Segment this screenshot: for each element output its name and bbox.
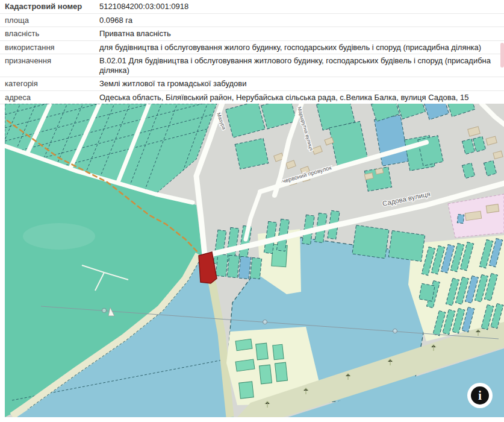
row-value: Приватна власність bbox=[99, 29, 504, 39]
info-icon: i bbox=[478, 389, 482, 402]
scrollbar-thumb[interactable] bbox=[500, 43, 504, 68]
map-canvas[interactable]: Мазура Маршрутна вулиця червоний провуло… bbox=[5, 104, 504, 417]
table-row: категорія Землі житлової та громадської … bbox=[0, 77, 504, 91]
row-label: використання bbox=[0, 43, 99, 52]
row-label: площа bbox=[0, 16, 99, 25]
table-row: адреса Одеська область, Біляївський райо… bbox=[0, 91, 504, 105]
row-label: Кадастровий номер bbox=[0, 2, 99, 11]
info-button[interactable]: i bbox=[467, 383, 493, 408]
table-row: призначення В.02.01 Для будівництва і об… bbox=[0, 54, 504, 77]
row-value: Землі житлової та громадської забудови bbox=[99, 79, 504, 89]
row-label: категорія bbox=[0, 79, 99, 89]
table-row: власність Приватна власність bbox=[0, 27, 504, 41]
row-label: власність bbox=[0, 29, 99, 39]
parcel-info-table: Кадастровий номер 5121084200:03:001:0918… bbox=[0, 0, 504, 104]
table-row: площа 0.0968 га bbox=[0, 14, 504, 28]
table-row: Кадастровий номер 5121084200:03:001:0918 bbox=[0, 0, 504, 14]
row-value: 0.0968 га bbox=[99, 16, 504, 25]
row-label: адреса bbox=[0, 93, 99, 102]
row-value: 5121084200:03:001:0918 bbox=[99, 2, 504, 11]
row-value: В.02.01 Для будівництва і обслуговування… bbox=[99, 56, 504, 75]
cadastral-map[interactable]: Мазура Маршрутна вулиця червоний провуло… bbox=[5, 104, 504, 417]
row-label: призначення bbox=[0, 56, 99, 66]
cadastral-page: Кадастровий номер 5121084200:03:001:0918… bbox=[0, 0, 504, 422]
table-row: використання для будівництва і обслугову… bbox=[0, 41, 504, 55]
parcels-east-of-selected bbox=[216, 254, 262, 279]
row-value: для будівництва і обслуговування жилого … bbox=[99, 43, 504, 52]
park-clearing bbox=[23, 223, 95, 250]
row-value: Одеська область, Біляївський район, Неру… bbox=[99, 93, 504, 102]
